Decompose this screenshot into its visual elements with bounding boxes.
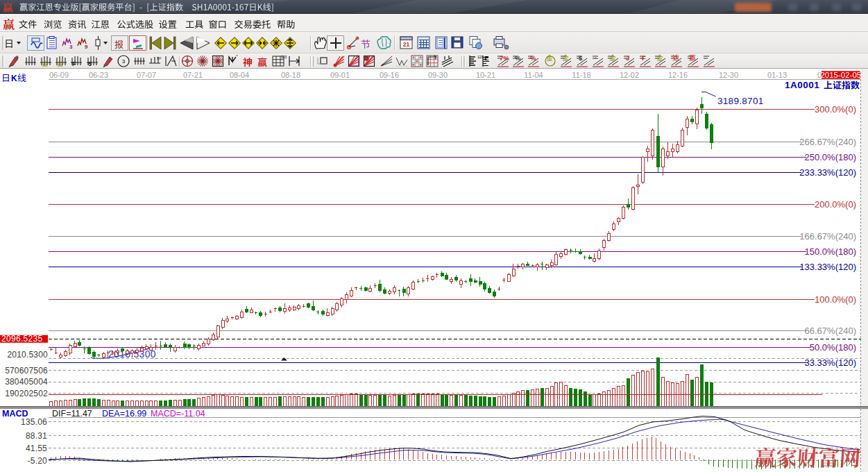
svg-text:3: 3 [122, 58, 126, 65]
svg-text:2096.5235: 2096.5235 [1, 334, 42, 344]
svg-text:F: F [72, 60, 76, 67]
svg-text:07-07: 07-07 [137, 71, 156, 79]
svg-text:09-01: 09-01 [330, 71, 350, 79]
svg-text:50.0%(180): 50.0%(180) [810, 342, 856, 353]
svg-text:88.31: 88.31 [26, 431, 47, 441]
svg-text:09-30: 09-30 [428, 71, 448, 79]
svg-text:166.67%(240): 166.67%(240) [799, 231, 856, 242]
svg-text:380405004: 380405004 [5, 377, 48, 387]
svg-text:12-02: 12-02 [620, 71, 639, 79]
svg-text:$: $ [579, 54, 583, 62]
svg-text:233.33%(120): 233.33%(120) [799, 167, 856, 178]
svg-text:2015-02-05: 2015-02-05 [820, 71, 861, 79]
svg-text:133.33%(120): 133.33%(120) [799, 262, 856, 272]
svg-text:135.06: 135.06 [21, 417, 47, 427]
svg-text:66.67%(240): 66.67%(240) [805, 326, 856, 336]
svg-text:J: J [626, 54, 629, 62]
svg-text:570607506: 570607506 [5, 366, 48, 376]
svg-text:K: K [11, 74, 17, 83]
svg-text:11-04: 11-04 [524, 71, 543, 79]
svg-text:33.33%(120): 33.33%(120) [805, 357, 856, 368]
svg-text:150.0%(180): 150.0%(180) [805, 246, 856, 257]
svg-text:100.0%(0): 100.0%(0) [815, 294, 856, 305]
svg-text:-5.20: -5.20 [28, 456, 47, 466]
svg-text:01-13: 01-13 [767, 71, 787, 79]
svg-text:06-09: 06-09 [49, 71, 69, 79]
svg-text:~: ~ [595, 54, 599, 62]
svg-text:": " [236, 53, 238, 60]
svg-text:266.67%(240): 266.67%(240) [799, 137, 856, 147]
svg-text:06-23: 06-23 [89, 71, 108, 79]
svg-text:F: F [642, 54, 646, 62]
svg-text:2010.5300: 2010.5300 [7, 350, 48, 360]
svg-text:123: 123 [477, 55, 484, 59]
svg-text:12-16: 12-16 [668, 71, 688, 79]
svg-text:3189.8701: 3189.8701 [717, 96, 764, 106]
svg-text:DEA=16.99: DEA=16.99 [102, 409, 146, 419]
svg-text:07-21: 07-21 [183, 71, 203, 79]
svg-text:MACD=-11.04: MACD=-11.04 [151, 409, 205, 419]
svg-text:09-16: 09-16 [380, 71, 399, 79]
svg-text:DIF=11.47: DIF=11.47 [52, 409, 92, 419]
svg-text:41.55: 41.55 [26, 444, 47, 453]
svg-text:7%: 7% [500, 54, 509, 62]
svg-text:n²: n² [157, 56, 162, 60]
svg-text:08-04: 08-04 [230, 71, 249, 79]
svg-text:250.0%(180): 250.0%(180) [805, 152, 856, 162]
svg-text:10-21: 10-21 [476, 71, 495, 79]
svg-text:08-18: 08-18 [281, 71, 300, 79]
svg-text:11-18: 11-18 [572, 71, 590, 79]
svg-text:E: E [484, 54, 488, 62]
svg-text:123: 123 [281, 55, 287, 59]
svg-text:3: 3 [69, 44, 73, 50]
svg-text:200.0%(0): 200.0%(0) [815, 199, 856, 210]
svg-text:190202502: 190202502 [5, 389, 48, 398]
svg-text:21: 21 [403, 41, 410, 48]
svg-text:9: 9 [85, 44, 88, 50]
svg-text:%: % [530, 54, 536, 62]
svg-text:300.0%(0): 300.0%(0) [815, 104, 856, 115]
svg-text:1A0001: 1A0001 [785, 80, 819, 90]
svg-text:5: 5 [88, 60, 92, 67]
svg-text:12-30: 12-30 [719, 71, 738, 79]
svg-text:%: % [515, 54, 521, 62]
